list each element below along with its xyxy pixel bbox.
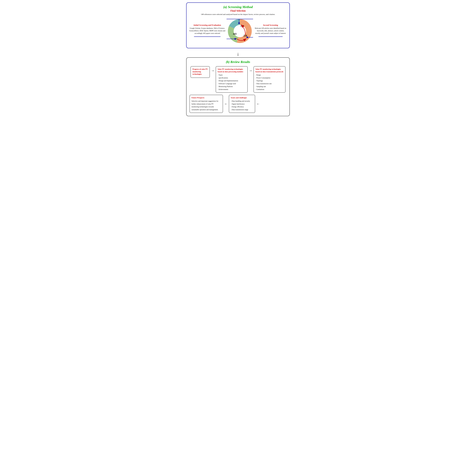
box-data-transmission: Solar PV monitoring technologies based o… [254,66,285,93]
right-panel: Second Screening Relevant 228 articles w… [254,24,287,38]
arrow-5-4: ← [223,102,229,106]
item-software: - Software/ Language used [218,82,246,85]
item-data-rate: - Data transmission rate [255,82,283,85]
box-data-processing-items: - Types - specifications - Design and Im… [218,73,246,91]
initial-screening-text: Google Scholar, Scopus databases, Web of… [189,27,225,34]
box-future-prospects-text: Selective and important suggestions for … [191,100,221,111]
section-a-title: (a) Screening Method [190,5,286,9]
item-sampling: - Sampling rate [255,85,283,88]
box-issues-items: - Data handling and security - Signal in… [231,100,253,111]
donut-area: Initial Screening and Evaluation Google … [190,18,286,44]
item-transmission-range: - Data transmission range [231,108,253,111]
item-monitoring: - Monitoring Platform [218,85,246,88]
final-selection-title: Final Selection [190,9,286,12]
box-future-prospects: Future Prospects Selective and important… [189,95,223,113]
box-data-processing: Solar PV monitoring technologies based o… [216,66,248,93]
item-signal: - Signal interference [231,103,253,106]
second-screening-title: Second Screening [254,24,287,26]
item-achievements: - Achievements [218,88,246,91]
item-specs: - specifications [218,76,246,79]
box-data-processing-title: Solar PV monitoring technologies based o… [218,68,246,73]
item-data-security: - Data handling and security [231,100,253,103]
box-data-transmission-items: - Range - Power Consumption - Topology -… [255,73,283,91]
box-future-prospects-title: Future Prospects [191,96,221,99]
box-progress-title: Progress of solar PV monitoring technolo… [192,68,208,75]
item-design: - Design and Implementations [218,79,246,82]
box-issues-title: Issues and challenges [231,96,253,99]
box-data-transmission-title: Solar PV monitoring technologies based o… [255,68,283,73]
item-types: - Types [218,73,246,76]
box-issues: Issues and challenges - Data handling an… [229,95,255,113]
donut-chart: 443 228 148 [227,18,253,44]
box-progress: Progress of solar PV monitoring technolo… [190,66,210,78]
section-b-title: (b) Review Results [189,60,286,64]
item-limitations: - Limitations [255,88,283,91]
item-topology: - Topology [255,79,283,82]
item-power: - Power Consumption [255,76,283,79]
item-energy: - Energy efficiency [231,105,253,108]
left-panel: Initial Screening and Evaluation Google … [189,24,225,38]
between-sections-arrow: ↓ [186,50,290,57]
arrow-1-2: → [210,66,216,73]
final-selection-text: 148 references were selected and analyze… [190,13,286,16]
item-range: - Range [255,73,283,76]
section-a: (a) Screening Method Final Selection 148… [186,2,290,48]
arrow-2-3: → [248,66,254,73]
initial-screening-title: Initial Screening and Evaluation [189,24,225,26]
donut-svg: 443 228 148 [227,18,253,44]
arrow-3-5: ← [255,102,261,106]
section-b: (b) Review Results Progress of solar PV … [186,57,290,116]
label-443: 443 [233,33,237,35]
second-screening-text: Relevant 228 articles were identified ba… [254,27,287,34]
